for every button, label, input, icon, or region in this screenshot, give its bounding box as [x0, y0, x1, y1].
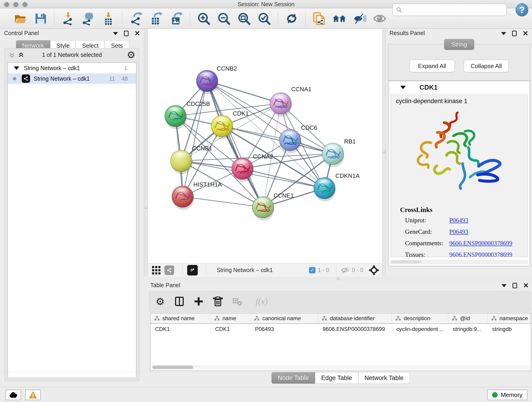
network-options-gear-icon[interactable]: ⚙: [127, 49, 135, 61]
collapse-all-button[interactable]: Collapse All: [464, 60, 509, 72]
crosslink-compartments-link[interactable]: 9606.ENSP00000378699: [449, 240, 512, 247]
table-row[interactable]: CDK1 CDK1 P06493 9606.ENSP00000378699 cy…: [151, 324, 531, 334]
network-node-CCNA1[interactable]: CCNA1: [270, 86, 311, 117]
show-columns-icon[interactable]: [174, 296, 184, 306]
crosslink-uniprot-link[interactable]: P06493: [449, 217, 468, 224]
search-box[interactable]: [392, 4, 507, 16]
network-canvas[interactable]: CCNB2CCNA1CDC25BCDK1CDC6RB1CCNB1CCNA2CDK…: [148, 29, 382, 263]
crosslinks-title: CrossLinks: [400, 206, 527, 214]
crosslink-label: Uniprot:: [400, 217, 449, 224]
warning-status-button[interactable]: [25, 390, 41, 400]
network-node-RB1[interactable]: RB1: [322, 138, 356, 167]
export-image-icon[interactable]: [170, 12, 183, 25]
network-label: String Network – cdk1: [34, 75, 90, 82]
node-table[interactable]: shared name name canonical name database…: [150, 313, 531, 371]
tab-string[interactable]: String: [444, 39, 474, 50]
results-horizontal-scrollbar[interactable]: [391, 260, 528, 264]
crosslink-label: Tissues:: [400, 251, 449, 257]
network-selection-summary: 1 of 1 Network selected: [5, 51, 139, 58]
hide-graphics-details-icon[interactable]: [353, 12, 366, 25]
table-settings-gear-icon[interactable]: ⚙: [155, 296, 165, 306]
collapse-panel-icon[interactable]: [113, 32, 118, 35]
export-table-icon[interactable]: [149, 12, 163, 25]
float-results-icon[interactable]: [512, 31, 517, 36]
node-label: CCNB2: [217, 65, 237, 72]
grid-view-icon[interactable]: [151, 265, 161, 275]
tab-node-table[interactable]: Node Table: [272, 372, 315, 384]
node-label: CDC25B: [186, 100, 210, 107]
tab-edge-table[interactable]: Edge Table: [315, 372, 358, 384]
control-panel: Control Panel ✕ Network Style Select Set…: [0, 29, 144, 387]
close-results-icon[interactable]: ✕: [523, 31, 528, 36]
collapse-table-icon[interactable]: [501, 284, 507, 287]
network-node-CDKN1A[interactable]: CDKN1A: [314, 172, 360, 201]
network-view-icon[interactable]: [165, 265, 174, 275]
crosslink-tissues-link[interactable]: 9606.ENSP00000378699: [449, 251, 512, 257]
zoom-selected-icon[interactable]: [258, 12, 271, 25]
expand-all-button[interactable]: Expand All: [410, 60, 455, 72]
open-session-icon[interactable]: [14, 12, 27, 25]
network-collection-row[interactable]: String Network – cdk1 1: [8, 63, 136, 73]
network-svg[interactable]: CCNB2CCNA1CDC25BCDK1CDC6RB1CCNB1CCNA2CDK…: [148, 29, 382, 263]
delete-column-icon[interactable]: [213, 296, 223, 306]
export-network-icon[interactable]: [129, 12, 143, 25]
status-bar: Memory: [0, 387, 532, 402]
table-horizontal-scrollbar[interactable]: [152, 365, 530, 370]
network-node-HIST1H1A[interactable]: HIST1H1A: [172, 181, 222, 210]
table-header-row: shared name name canonical name database…: [151, 313, 531, 324]
column-header[interactable]: description: [392, 313, 448, 323]
collection-count: 1: [124, 65, 136, 71]
search-input[interactable]: [402, 7, 499, 13]
gene-section-header[interactable]: CDK1: [389, 82, 529, 93]
zoom-fit-icon[interactable]: [237, 12, 251, 25]
import-network-icon[interactable]: [61, 12, 75, 25]
birds-eye-view-icon[interactable]: [368, 264, 380, 276]
collection-caret-icon[interactable]: [14, 66, 19, 70]
horizontal-splitter[interactable]: [148, 277, 532, 281]
save-session-icon[interactable]: [34, 12, 47, 25]
close-table-icon[interactable]: ✕: [523, 283, 529, 288]
zoom-out-icon[interactable]: [217, 12, 230, 25]
create-column-icon[interactable]: [194, 296, 204, 306]
close-panel-icon[interactable]: ✕: [134, 31, 140, 36]
column-header[interactable]: namespace: [488, 313, 531, 323]
column-header[interactable]: shared name: [151, 313, 210, 323]
left-splitter[interactable]: [144, 29, 147, 276]
crosslink-label: GeneCard:: [400, 228, 449, 235]
warning-icon: [29, 391, 37, 399]
network-node-CDK1[interactable]: CDK1: [211, 110, 249, 139]
import-table-icon[interactable]: [102, 12, 115, 25]
network-view-title: String Network – cdk1: [217, 267, 273, 274]
cloud-status-button[interactable]: [6, 390, 21, 400]
float-panel-icon[interactable]: [124, 31, 128, 36]
memory-label: Memory: [501, 391, 522, 399]
memory-button[interactable]: Memory: [487, 390, 527, 400]
column-header[interactable]: @id: [448, 313, 488, 323]
float-table-icon[interactable]: [513, 283, 517, 288]
string-query-icon[interactable]: [333, 12, 346, 25]
selected-count-checkbox-icon[interactable]: ✓: [309, 267, 316, 274]
network-node-CDC6[interactable]: CDC6: [279, 124, 317, 153]
column-header[interactable]: database identifier: [318, 313, 392, 323]
column-header[interactable]: name: [210, 313, 250, 323]
clone-network-view-icon[interactable]: [312, 12, 326, 25]
gene-caret-icon[interactable]: [400, 86, 406, 89]
import-network-from-database-icon[interactable]: [82, 12, 95, 25]
results-panel: Results Panel ✕ String Expand All Collap…: [386, 29, 532, 277]
table-tabs: Node Table Edge Table Network Table: [272, 372, 410, 384]
right-splitter[interactable]: [382, 29, 386, 276]
network-icon: [22, 75, 30, 83]
column-header[interactable]: canonical name: [250, 313, 318, 323]
selected-counts: 1 - 0: [318, 267, 329, 274]
help-button[interactable]: ?: [515, 3, 528, 17]
collapse-results-icon[interactable]: [501, 32, 506, 35]
crosslink-genecard-link[interactable]: P06493: [449, 228, 468, 235]
show-graphics-details-icon[interactable]: [373, 12, 386, 25]
table-panel-title: Table Panel: [150, 282, 180, 288]
network-row[interactable]: String Network – cdk1 11 48: [8, 73, 136, 84]
zoom-in-icon[interactable]: [197, 12, 210, 25]
cytoscape-window: Session: New Session: [0, 0, 532, 402]
detach-view-icon[interactable]: [187, 265, 198, 275]
apply-layout-icon[interactable]: [285, 12, 298, 25]
tab-network-table[interactable]: Network Table: [358, 372, 410, 384]
